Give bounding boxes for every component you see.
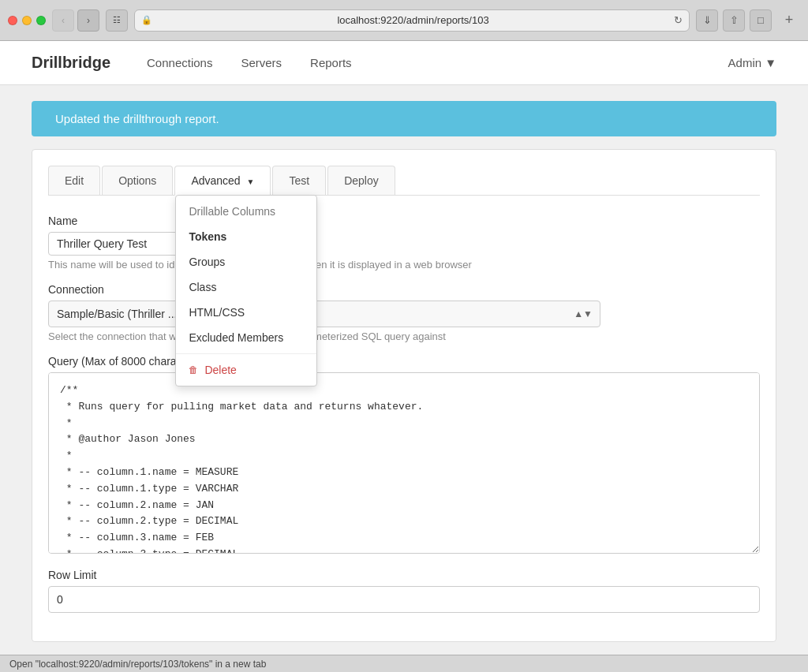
status-bar: Open "localhost:9220/admin/reports/103/t… bbox=[0, 655, 808, 672]
tab-view-button[interactable]: ☷ bbox=[106, 9, 128, 32]
connection-hint: Select the connection that will be used … bbox=[48, 330, 760, 342]
forward-button[interactable]: › bbox=[77, 9, 99, 32]
nav-connections[interactable]: Connections bbox=[134, 50, 225, 76]
refresh-button[interactable]: ↻ bbox=[674, 14, 683, 26]
query-textarea[interactable]: /** * Runs query for pulling market data… bbox=[48, 372, 760, 554]
new-tab-button[interactable]: + bbox=[778, 9, 800, 32]
tabs-bar: Edit Options Advanced ▼ Drillable Column… bbox=[48, 166, 760, 196]
window-button[interactable]: □ bbox=[750, 9, 772, 32]
name-field-group: Name This name will be used to identify … bbox=[48, 215, 760, 271]
download-button[interactable]: ⇓ bbox=[696, 9, 718, 32]
main-card: Edit Options Advanced ▼ Drillable Column… bbox=[32, 149, 776, 642]
tab-options[interactable]: Options bbox=[102, 166, 173, 195]
admin-label: Admin bbox=[728, 56, 762, 69]
trash-icon: 🗑 bbox=[189, 364, 198, 375]
row-limit-group: Row Limit bbox=[48, 569, 760, 613]
nav-reports[interactable]: Reports bbox=[297, 50, 365, 76]
query-label: Query (Max of 8000 characters) bbox=[48, 355, 760, 368]
browser-chrome: ‹ › ☷ 🔒 ↻ ⇓ ⇧ □ + bbox=[0, 0, 808, 41]
address-bar-container: 🔒 ↻ bbox=[134, 9, 690, 32]
browser-actions: ⇓ ⇧ □ bbox=[696, 9, 772, 32]
nav-servers[interactable]: Servers bbox=[228, 50, 294, 76]
admin-chevron-icon: ▼ bbox=[765, 56, 776, 69]
dropdown-divider bbox=[176, 353, 316, 354]
dropdown-item-html-css[interactable]: HTML/CSS bbox=[176, 300, 316, 325]
dropdown-item-groups[interactable]: Groups bbox=[176, 249, 316, 274]
row-limit-input[interactable] bbox=[48, 586, 760, 613]
dropdown-item-tokens[interactable]: Tokens bbox=[176, 224, 316, 249]
connection-field-group: Connection Sample/Basic (Thriller ... ▲▼… bbox=[48, 283, 760, 342]
tab-test[interactable]: Test bbox=[272, 166, 326, 195]
traffic-lights bbox=[8, 16, 46, 25]
minimize-button[interactable] bbox=[22, 16, 32, 25]
lock-icon: 🔒 bbox=[141, 15, 152, 25]
dropdown-item-excluded-members[interactable]: Excluded Members bbox=[176, 325, 316, 350]
tab-deploy[interactable]: Deploy bbox=[327, 166, 395, 195]
name-label: Name bbox=[48, 215, 760, 227]
advanced-dropdown: Drillable Columns Tokens Groups Class HT… bbox=[175, 195, 317, 386]
tab-edit[interactable]: Edit bbox=[48, 166, 100, 195]
close-button[interactable] bbox=[8, 16, 17, 25]
connection-select-wrap: Sample/Basic (Thriller ... ▲▼ bbox=[48, 301, 600, 327]
share-button[interactable]: ⇧ bbox=[723, 9, 745, 32]
dropdown-item-delete[interactable]: 🗑 Delete bbox=[176, 357, 316, 383]
nav-buttons: ‹ › bbox=[52, 9, 99, 32]
back-button[interactable]: ‹ bbox=[52, 9, 74, 32]
connection-label: Connection bbox=[48, 283, 760, 296]
address-bar[interactable] bbox=[157, 14, 669, 26]
dropdown-item-class[interactable]: Class bbox=[176, 274, 316, 300]
row-limit-label: Row Limit bbox=[48, 569, 760, 581]
nav-links: Connections Servers Reports bbox=[134, 50, 728, 76]
dropdown-item-drillable-columns[interactable]: Drillable Columns bbox=[176, 199, 316, 224]
success-alert: Updated the drillthrough report. bbox=[32, 101, 776, 136]
fullscreen-button[interactable] bbox=[36, 16, 46, 25]
brand-logo: Drillbridge bbox=[32, 54, 110, 72]
connection-select[interactable]: Sample/Basic (Thriller ... bbox=[48, 301, 600, 327]
tab-advanced[interactable]: Advanced ▼ Drillable Columns Tokens Grou… bbox=[174, 166, 271, 196]
navbar: Drillbridge Connections Servers Reports … bbox=[0, 41, 808, 85]
admin-menu[interactable]: Admin ▼ bbox=[728, 56, 776, 69]
page-background: Drillbridge Connections Servers Reports … bbox=[0, 41, 808, 672]
alert-message: Updated the drillthrough report. bbox=[55, 112, 219, 125]
name-hint: This name will be used to identify the d… bbox=[48, 259, 760, 271]
status-bar-text: Open "localhost:9220/admin/reports/103/t… bbox=[9, 659, 266, 670]
query-field-group: Query (Max of 8000 characters) /** * Run… bbox=[48, 355, 760, 556]
advanced-chevron-icon: ▼ bbox=[247, 177, 255, 186]
